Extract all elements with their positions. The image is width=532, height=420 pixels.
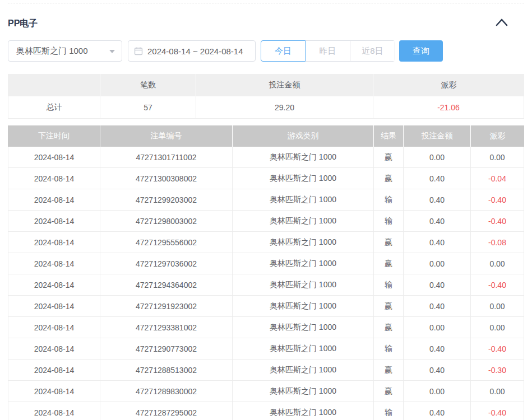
cell-order-no: 47271299203002 (100, 189, 233, 211)
cell-game-type: 奥林匹斯之门 1000 (233, 232, 374, 253)
cell-bet-time: 2024-08-14 (8, 381, 100, 402)
cell-game-type: 奥林匹斯之门 1000 (233, 381, 374, 402)
cell-result: 输 (374, 402, 404, 420)
cell-payout: -0.30 (471, 360, 524, 381)
yesterday-button[interactable]: 昨日 (305, 41, 350, 61)
cell-payout: -0.08 (471, 232, 524, 253)
cell-bet-amount: 0.40 (404, 189, 471, 211)
summary-table: 笔数 投注金额 派彩 总计 57 29.20 -21.06 (8, 74, 524, 119)
table-row: 2024-08-1447271289830002奥林匹斯之门 1000赢0.00… (8, 381, 524, 402)
cell-game-type: 奥林匹斯之门 1000 (233, 211, 374, 232)
section-title: PP电子 (8, 18, 38, 30)
cell-order-no: 47271287295002 (100, 402, 233, 420)
table-row: 2024-08-1447271287295002奥林匹斯之门 1000输0.40… (8, 402, 524, 420)
cell-order-no: 47271301711002 (100, 147, 233, 168)
cell-result: 赢 (374, 296, 404, 317)
cell-game-type: 奥林匹斯之门 1000 (233, 147, 374, 168)
cell-order-no: 47271300308002 (100, 168, 233, 189)
cell-game-type: 奥林匹斯之门 1000 (233, 253, 374, 274)
table-row: 2024-08-1447271301711002奥林匹斯之门 1000赢0.00… (8, 147, 524, 168)
cell-result: 输 (374, 338, 404, 360)
top-dashed-divider (8, 3, 524, 3)
cell-bet-time: 2024-08-14 (8, 296, 100, 317)
cell-payout: -0.04 (471, 168, 524, 189)
chevron-up-icon (494, 17, 509, 27)
today-button[interactable]: 今日 (261, 40, 306, 62)
cell-bet-amount: 0.00 (404, 253, 471, 274)
col-header-result: 结果 (374, 125, 404, 147)
cell-result: 赢 (374, 360, 404, 381)
summary-total-payout: -21.06 (373, 96, 524, 119)
summary-header-payout: 派彩 (373, 74, 524, 96)
table-row: 2024-08-1447271297036002奥林匹斯之门 1000赢0.00… (8, 253, 524, 274)
cell-game-type: 奥林匹斯之门 1000 (233, 338, 374, 360)
cell-payout: -0.40 (471, 402, 524, 420)
cell-payout: 0.00 (471, 381, 524, 402)
cell-order-no: 47271298003002 (100, 211, 233, 232)
game-select[interactable]: 奥林匹斯之门 1000 (8, 40, 122, 62)
cell-order-no: 47271297036002 (100, 253, 233, 274)
cell-order-no: 47271289830002 (100, 381, 233, 402)
date-range-picker[interactable]: 2024-08-14 ~ 2024-08-14 (128, 40, 256, 62)
cell-result: 赢 (374, 253, 404, 274)
cell-payout: -0.40 (471, 189, 524, 211)
cell-bet-amount: 0.40 (404, 211, 471, 232)
cell-result: 赢 (374, 232, 404, 253)
cell-bet-amount: 0.40 (404, 296, 471, 317)
table-row: 2024-08-1447271298003002奥林匹斯之门 1000输0.40… (8, 211, 524, 232)
quick-range-button-group: 今日 昨日 近8日 (261, 40, 395, 62)
query-button[interactable]: 查询 (399, 40, 443, 62)
col-header-bet-amount: 投注金额 (404, 125, 471, 147)
summary-header-empty (8, 74, 100, 96)
cell-bet-time: 2024-08-14 (8, 317, 100, 338)
filter-toolbar: 奥林匹斯之门 1000 2024-08-14 ~ 2024-08-14 今日 昨… (8, 40, 443, 62)
cell-bet-time: 2024-08-14 (8, 253, 100, 274)
cell-payout: -0.40 (471, 211, 524, 232)
cell-bet-time: 2024-08-14 (8, 147, 100, 168)
cell-game-type: 奥林匹斯之门 1000 (233, 189, 374, 211)
cell-bet-time: 2024-08-14 (8, 189, 100, 211)
table-row: 2024-08-1447271293381002奥林匹斯之门 1000赢0.00… (8, 317, 524, 338)
cell-order-no: 47271294364002 (100, 274, 233, 296)
cell-order-no: 47271295556002 (100, 232, 233, 253)
cell-bet-time: 2024-08-14 (8, 168, 100, 189)
table-row: 2024-08-1447271290773002奥林匹斯之门 1000输0.40… (8, 338, 524, 360)
cell-payout: -0.40 (471, 338, 524, 360)
cell-order-no: 47271288513002 (100, 360, 233, 381)
cell-order-no: 47271291923002 (100, 296, 233, 317)
col-header-bet-time: 下注时间 (8, 125, 100, 147)
calendar-icon (134, 46, 143, 55)
cell-order-no: 47271293381002 (100, 317, 233, 338)
col-header-order-no: 注单编号 (100, 125, 233, 147)
cell-order-no: 47271290773002 (100, 338, 233, 360)
cell-bet-amount: 0.40 (404, 338, 471, 360)
cell-bet-time: 2024-08-14 (8, 360, 100, 381)
cell-bet-amount: 0.40 (404, 360, 471, 381)
last-8-days-button[interactable]: 近8日 (350, 41, 395, 61)
summary-total-label: 总计 (8, 96, 100, 119)
cell-game-type: 奥林匹斯之门 1000 (233, 317, 374, 338)
bet-table-body: 2024-08-1447271301711002奥林匹斯之门 1000赢0.00… (8, 147, 524, 420)
cell-bet-time: 2024-08-14 (8, 402, 100, 420)
game-select-value: 奥林匹斯之门 1000 (16, 46, 88, 57)
cell-payout: -0.40 (471, 274, 524, 296)
cell-game-type: 奥林匹斯之门 1000 (233, 402, 374, 420)
table-row: 2024-08-1447271295556002奥林匹斯之门 1000赢0.40… (8, 232, 524, 253)
cell-bet-time: 2024-08-14 (8, 211, 100, 232)
cell-payout: 0.00 (471, 147, 524, 168)
table-row: 2024-08-1447271300308002奥林匹斯之门 1000赢0.40… (8, 168, 524, 189)
collapse-section-button[interactable] (494, 17, 509, 27)
summary-header-bet-amount: 投注金额 (196, 74, 373, 96)
cell-bet-amount: 0.40 (404, 274, 471, 296)
table-row: 2024-08-1447271294364002奥林匹斯之门 1000输0.40… (8, 274, 524, 296)
cell-result: 赢 (374, 381, 404, 402)
bet-table-header: 下注时间 注单编号 游戏类别 结果 投注金额 派彩 (8, 125, 524, 147)
cell-result: 输 (374, 189, 404, 211)
summary-header-row: 笔数 投注金额 派彩 (8, 74, 524, 96)
col-header-payout: 派彩 (471, 125, 524, 147)
cell-result: 赢 (374, 147, 404, 168)
table-row: 2024-08-1447271299203002奥林匹斯之门 1000输0.40… (8, 189, 524, 211)
cell-result: 输 (374, 274, 404, 296)
summary-total-count: 57 (100, 96, 196, 119)
summary-total-bet-amount: 29.20 (196, 96, 373, 119)
